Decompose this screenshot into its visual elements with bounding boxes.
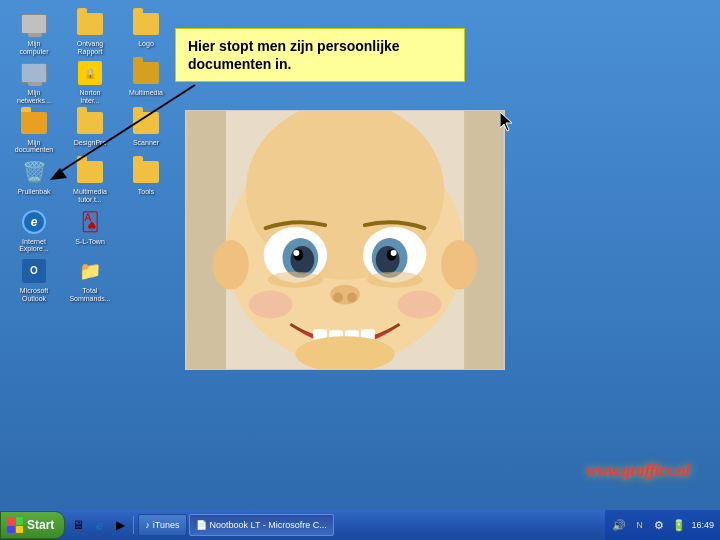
mediaplayer-ql[interactable]: ▶ — [111, 516, 129, 534]
desktop: Mijncomputer OntvangRapport Logo — [0, 0, 720, 510]
troll-face-image — [185, 110, 505, 370]
svg-point-28 — [367, 272, 423, 288]
windows-logo-green — [16, 517, 24, 525]
callout-box: Hier stopt men zijn persoonlijke documen… — [175, 28, 465, 82]
prullenbak-icon[interactable]: 🗑️ Prullenbak — [10, 158, 58, 203]
icon-row-4: 🗑️ Prullenbak Multimediatutor.t... Tools — [10, 158, 170, 203]
ie-ql[interactable]: e — [90, 516, 108, 534]
icon-row-6: O MicrosoftOutlook 📁 TotalSommands... — [10, 257, 170, 302]
system-tray: 🔊 N ⚙ 🔋 16:49 — [605, 510, 720, 540]
svg-marker-31 — [500, 112, 512, 131]
svg-rect-4 — [464, 111, 504, 369]
multimedia-tutor-icon[interactable]: Multimediatutor.t... — [66, 158, 114, 203]
start-label: Start — [27, 518, 54, 532]
taskbar-middle: ♪ iTunes 📄 Nootbook LT - Microsofre C... — [134, 514, 605, 536]
svg-point-11 — [290, 246, 314, 274]
svg-rect-3 — [186, 111, 226, 369]
svg-point-18 — [391, 250, 397, 256]
multimedia-folder-icon[interactable]: Multimedia — [122, 59, 170, 104]
mouse-cursor — [500, 112, 516, 135]
taskbar: Start 🖥 e ▶ ♪ iTunes 📄 Nootbook LT - Mic… — [0, 510, 720, 540]
itunes-taskbar-btn[interactable]: ♪ iTunes — [138, 514, 186, 536]
svg-point-21 — [347, 293, 357, 303]
windows-logo-yellow — [16, 526, 24, 534]
callout-text: Hier stopt men zijn persoonlijke documen… — [188, 38, 400, 72]
icon-row-1: Mijncomputer OntvangRapport Logo — [10, 10, 170, 55]
nootbook-taskbar-btn[interactable]: 📄 Nootbook LT - Microsofre C... — [189, 514, 334, 536]
icon-row-3: Mijndocumenten DesignPro Scanner — [10, 109, 170, 154]
nootbook-label: Nootbook LT - Microsofre C... — [210, 520, 327, 530]
mijn-documenten-icon[interactable]: Mijndocumenten — [10, 109, 58, 154]
tray-icon-4: 🔋 — [671, 517, 687, 533]
svg-point-8 — [441, 240, 477, 290]
ontvang-rapport-icon[interactable]: OntvangRapport — [66, 10, 114, 55]
svg-point-16 — [376, 246, 400, 274]
windows-logo-blue — [7, 526, 15, 534]
designpro-icon[interactable]: DesignPro — [66, 109, 114, 154]
microsoft-outlook-icon[interactable]: O MicrosoftOutlook — [10, 257, 58, 302]
internet-explorer-icon[interactable]: e InternetExplore... — [10, 208, 58, 253]
svg-point-13 — [293, 250, 299, 256]
norton-tray-icon: N — [631, 517, 647, 533]
svg-point-27 — [268, 272, 324, 288]
quick-launch-bar: 🖥 e ▶ — [65, 516, 134, 534]
system-clock: 16:49 — [691, 520, 714, 530]
start-button[interactable]: Start — [0, 511, 65, 539]
mijn-computer-icon[interactable]: Mijncomputer — [10, 10, 58, 55]
icon-row-2: Mijnnetwerks... 🔒 NortonInter... Multime… — [10, 59, 170, 104]
watermark-text: www.graffics.nl — [587, 462, 690, 480]
svg-point-7 — [213, 240, 249, 290]
show-desktop-ql[interactable]: 🖥 — [69, 516, 87, 534]
windows-logo — [7, 517, 23, 533]
total-commander-icon[interactable]: 📁 TotalSommands... — [66, 257, 114, 302]
svg-point-30 — [398, 291, 442, 319]
icon-row-5: e InternetExplore... 🂡 S-L-Town — [10, 208, 170, 253]
norton-icon[interactable]: 🔒 NortonInter... — [66, 59, 114, 104]
logo-icon[interactable]: Logo — [122, 10, 170, 55]
svg-point-29 — [249, 291, 293, 319]
mijn-netwerk-icon[interactable]: Mijnnetwerks... — [10, 59, 58, 104]
svg-point-20 — [333, 293, 343, 303]
tray-icon-3: ⚙ — [651, 517, 667, 533]
tray-icon-1: 🔊 — [611, 517, 627, 533]
scanner-icon[interactable]: Scanner — [122, 109, 170, 154]
tools-icon[interactable]: Tools — [122, 158, 170, 203]
windows-logo-red — [7, 517, 15, 525]
desktop-icons: Mijncomputer OntvangRapport Logo — [10, 10, 170, 302]
itunes-label: iTunes — [153, 520, 180, 530]
solitaire-icon[interactable]: 🂡 S-L-Town — [66, 208, 114, 253]
